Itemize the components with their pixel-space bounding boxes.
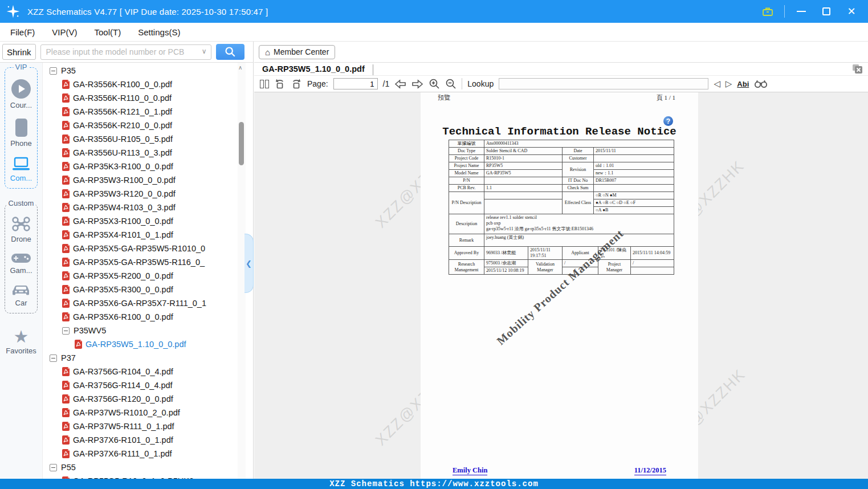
tree-row[interactable]: GA-RP35X6-GA-RP35X7-R111_0_1 <box>43 296 238 310</box>
text-select-tool-icon[interactable]: Abi <box>737 80 749 88</box>
find-next-icon[interactable]: ▷ <box>726 79 732 89</box>
tree-row[interactable]: GA-RP35X5-R200_0_0.pdf <box>43 269 238 283</box>
document-tab-bar: GA-RP35W5_1.10_0_0.pdf <box>254 63 868 76</box>
tree-row[interactable]: GA-R3556K-R121_0_1.pdf <box>43 105 238 119</box>
pdf-file-icon <box>62 107 70 116</box>
document-tab[interactable]: GA-RP35W5_1.10_0_0.pdf <box>254 64 373 75</box>
footer-date: 11/12/2015 <box>634 466 666 475</box>
rail-item-course[interactable]: Cour... <box>10 79 32 109</box>
tree-row[interactable]: P55 <box>43 461 238 474</box>
tree-row[interactable]: GA-RP55G5-R10_0_1_0-P5UK8 <box>43 474 238 479</box>
collapse-minus-icon[interactable] <box>50 354 57 362</box>
binoculars-icon[interactable] <box>754 79 768 88</box>
rail-item-car[interactable]: Car <box>11 284 31 307</box>
rail-item-computer[interactable]: Com... <box>10 157 32 182</box>
panel-collapse-handle[interactable]: ❮ <box>244 234 254 293</box>
page-total: /1 <box>383 79 390 88</box>
pdf-file-icon <box>62 449 70 458</box>
tree-row[interactable]: GA-R3556K-R100_0_0.pdf <box>43 78 238 91</box>
minimize-button[interactable] <box>793 3 810 20</box>
scrollbar-thumb[interactable] <box>239 122 244 165</box>
app-logo-icon <box>6 4 21 19</box>
close-document-icon[interactable] <box>853 64 862 76</box>
tree-row[interactable]: GA-RP35W4-R103_0_3.pdf <box>43 201 238 214</box>
menu-vip[interactable]: VIP(V) <box>52 27 77 37</box>
tree-row[interactable]: GA-R3556U-R105_0_5.pdf <box>43 132 238 146</box>
rail-item-game[interactable]: Gam... <box>10 252 32 275</box>
file-tree: P35 GA-R3556K-R100_0_0.pdf <box>43 63 238 479</box>
maximize-button[interactable] <box>818 3 835 20</box>
pdf-file-icon <box>62 148 70 157</box>
next-page-icon[interactable] <box>411 79 423 89</box>
page-indicator: 頁 1 / 1 <box>657 93 675 102</box>
zoom-in-icon[interactable] <box>429 78 440 89</box>
member-row: ⌂ Member Center <box>254 42 868 63</box>
status-text: XZZ Schematics https://www.xzztools.com <box>329 479 539 488</box>
pdf-file-icon <box>62 381 70 390</box>
search-button[interactable] <box>216 44 244 60</box>
lookup-input[interactable] <box>499 78 708 89</box>
home-icon: ⌂ <box>265 47 270 57</box>
tree-row[interactable]: GA-RP35K3-R100_0_0.pdf <box>43 160 238 173</box>
collapse-minus-icon[interactable] <box>62 327 70 335</box>
rail-item-favorites[interactable]: ★ Favorites <box>6 328 36 355</box>
pdf-file-icon <box>62 285 70 294</box>
tree-row[interactable]: GA-RP35X6-R100_0_0.pdf <box>43 310 238 324</box>
pdf-file-icon <box>62 162 70 171</box>
tree-row[interactable]: GA-RP35W5_1.10_0_0.pdf <box>43 337 238 351</box>
pdf-viewer[interactable]: XZZ@XZZHK XZZ@XZZHK XZZ@XZZHK XZZ@XZZHK … <box>254 92 868 479</box>
menu-tool[interactable]: Tool(T) <box>95 27 121 37</box>
pdf-file-icon <box>62 230 70 239</box>
collapse-minus-icon[interactable] <box>50 67 57 75</box>
menu-file[interactable]: File(F) <box>10 27 35 37</box>
license-briefcase-icon[interactable] <box>759 3 776 20</box>
titlebar-separator <box>784 5 785 18</box>
rail-item-phone[interactable]: Phone <box>10 119 32 148</box>
tree-row[interactable]: GA-R3556K-R210_0_0.pdf <box>43 119 238 132</box>
vip-group: VIP Cour... Phone Com... <box>5 67 38 189</box>
tree-row[interactable]: GA-RP35X3-R100_0_0.pdf <box>43 214 238 228</box>
tree-row[interactable]: GA-RP37X6-R101_0_1.pdf <box>43 433 238 447</box>
rotate-right-icon[interactable] <box>291 78 302 89</box>
shrink-button[interactable]: Shrink <box>2 44 36 60</box>
scroll-up-icon[interactable]: ∧ <box>238 64 242 71</box>
vip-group-label: VIP <box>14 63 29 71</box>
tree-row[interactable]: GA-R3756G-R114_0_4.pdf <box>43 378 238 392</box>
rotate-left-icon[interactable] <box>274 78 286 89</box>
tree-row[interactable]: GA-RP35X4-R101_0_1.pdf <box>43 228 238 242</box>
chevron-down-icon[interactable]: ∨ <box>202 47 207 55</box>
tree-row[interactable]: P37 <box>43 351 238 365</box>
dual-page-view-icon[interactable] <box>260 80 269 88</box>
tree-row[interactable]: GA-RP37W5-R111_0_1.pdf <box>43 419 238 433</box>
tree-row[interactable]: GA-RP35W3-R100_0_0.pdf <box>43 173 238 187</box>
tree-row[interactable]: P35WV5 <box>43 324 238 337</box>
prev-page-icon[interactable] <box>394 79 406 89</box>
zoom-out-icon[interactable] <box>445 78 457 89</box>
star-icon: ★ <box>14 328 29 345</box>
menu-settings[interactable]: Settings(S) <box>138 27 180 37</box>
close-button[interactable]: ✕ <box>843 3 860 20</box>
tree-row[interactable]: GA-RP37W5-R1010_2_0.pdf <box>43 406 238 419</box>
phone-icon <box>15 119 27 137</box>
tree-row[interactable]: GA-R3756G-R120_0_0.pdf <box>43 392 238 406</box>
search-input[interactable] <box>40 44 211 60</box>
tree-row[interactable]: GA-R3556U-R113_0_3.pdf <box>43 146 238 160</box>
tree-row[interactable]: GA-RP37X6-R111_0_1.pdf <box>43 447 238 461</box>
title-bar: XZZ Schematics V4.77 [ VIP Due date: 202… <box>0 0 868 23</box>
pdf-file-icon <box>62 93 70 103</box>
tree-row[interactable]: GA-RP35W3-R120_0_0.pdf <box>43 187 238 201</box>
tree-row[interactable]: P35 <box>43 64 238 78</box>
tree-row[interactable]: GA-RP35X5-GA-RP35W5-R116_0_ <box>43 255 238 269</box>
member-center-button[interactable]: ⌂ Member Center <box>259 45 335 59</box>
rail-item-drone[interactable]: Drone <box>11 215 31 243</box>
tree-row[interactable]: GA-R3756G-R104_0_4.pdf <box>43 365 238 378</box>
find-prev-icon[interactable]: ◁ <box>714 79 720 89</box>
collapse-minus-icon[interactable] <box>50 464 57 471</box>
pdf-file-icon <box>62 176 70 185</box>
tree-row[interactable]: GA-RP35X5-GA-RP35W5-R1010_0 <box>43 242 238 255</box>
help-icon[interactable]: ? <box>663 116 673 126</box>
tree-row[interactable]: GA-R3556K-R110_0_0.pdf <box>43 91 238 105</box>
search-row: Shrink ∨ <box>0 42 253 63</box>
page-number-input[interactable] <box>333 78 378 89</box>
tree-row[interactable]: GA-RP35X5-R300_0_0.pdf <box>43 283 238 296</box>
